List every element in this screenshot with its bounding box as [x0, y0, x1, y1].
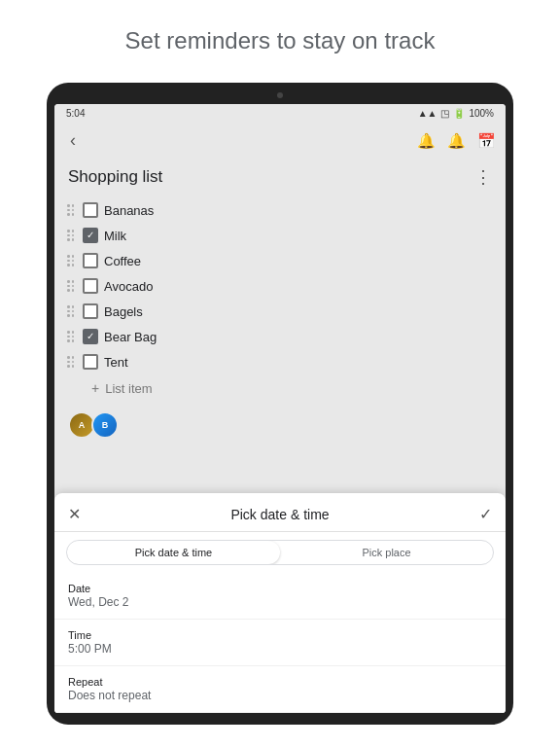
battery-icon: 🔋 [453, 108, 465, 119]
drag-handle[interactable] [64, 228, 77, 243]
tablet-camera [277, 92, 283, 98]
date-row[interactable]: Date Wed, Dec 2 [54, 573, 506, 620]
add-icon: + [91, 380, 99, 396]
item-checkbox-7[interactable] [83, 354, 98, 370]
tablet-screen: 5:04 ▲▲ ◳ 🔋 100% ‹ 🔔 🔔 📅 Shopping list ⋮ [54, 104, 506, 713]
time-row[interactable]: Time 5:00 PM [54, 620, 506, 666]
sheet-close-button[interactable]: ✕ [68, 505, 81, 523]
list-item: Coffee [64, 248, 496, 273]
bottom-sheet: ✕ Pick date & time ✓ Pick date & time Pi… [54, 493, 506, 713]
back-button[interactable]: ‹ [64, 128, 82, 153]
item-checkbox-2[interactable]: ✓ [83, 228, 98, 243]
item-text-6: Bear Bag [104, 330, 157, 344]
item-text-2: Milk [104, 229, 126, 243]
date-label: Date [68, 583, 492, 594]
drag-handle[interactable] [64, 354, 77, 370]
drag-handle[interactable] [64, 329, 77, 344]
main-content: Shopping list ⋮ Bananas [54, 159, 506, 713]
sheet-confirm-button[interactable]: ✓ [479, 505, 492, 523]
app-toolbar: ‹ 🔔 🔔 📅 [54, 123, 506, 159]
list-item: Tent [64, 349, 496, 374]
item-checkbox-1[interactable] [83, 202, 98, 218]
bottom-sheet-header: ✕ Pick date & time ✓ [54, 493, 506, 532]
list-item: ✓ Bear Bag [64, 324, 496, 349]
item-text-5: Bagels [104, 304, 143, 319]
page-header: Set reminders to stay on track [0, 0, 560, 72]
date-value: Wed, Dec 2 [68, 595, 492, 609]
list-item: ✓ Milk [64, 223, 496, 248]
add-item-text: List item [105, 381, 152, 396]
time-value: 5:00 PM [68, 642, 492, 656]
alarm-bell-icon[interactable]: 🔔 [447, 132, 466, 150]
battery-percent: 100% [469, 108, 494, 119]
item-checkbox-4[interactable] [83, 278, 98, 294]
more-button[interactable]: ⋮ [474, 166, 492, 188]
item-text-3: Coffee [104, 254, 141, 268]
repeat-label: Repeat [68, 676, 492, 688]
item-checkbox-6[interactable]: ✓ [83, 329, 98, 344]
item-text-4: Avocado [104, 279, 153, 294]
reminder-bell-icon[interactable]: 🔔 [417, 132, 436, 150]
drag-handle[interactable] [64, 253, 77, 268]
list-title: Shopping list [68, 167, 162, 187]
tablet-frame: 5:04 ▲▲ ◳ 🔋 100% ‹ 🔔 🔔 📅 Shopping list ⋮ [47, 83, 513, 725]
item-checkbox-3[interactable] [83, 253, 98, 268]
item-text-1: Bananas [104, 203, 154, 218]
list-header: Shopping list ⋮ [64, 159, 496, 197]
repeat-row[interactable]: Repeat Does not repeat [54, 666, 506, 713]
list-items: Bananas ✓ Milk [64, 197, 496, 374]
drag-handle[interactable] [64, 202, 77, 218]
toolbar-icons: 🔔 🔔 📅 [417, 132, 496, 150]
item-text-7: Tent [104, 355, 128, 370]
calendar-icon[interactable]: 📅 [477, 132, 496, 150]
repeat-value: Does not repeat [68, 689, 492, 702]
tab-switcher: Pick date & time Pick place [66, 540, 494, 565]
drag-handle[interactable] [64, 303, 77, 319]
list-item: Bananas [64, 197, 496, 223]
signal-icon: ▲▲ [418, 108, 438, 119]
list-item: Avocado [64, 273, 496, 299]
add-item-row[interactable]: + List item [64, 374, 496, 402]
collaborators: A B [64, 402, 496, 448]
tab-datetime[interactable]: Pick date & time [67, 541, 280, 564]
status-time: 5:04 [66, 108, 85, 119]
item-checkbox-5[interactable] [83, 303, 98, 319]
sheet-title: Pick date & time [230, 507, 329, 522]
status-bar-right: ▲▲ ◳ 🔋 100% [418, 108, 494, 119]
time-label: Time [68, 629, 492, 641]
status-bar: 5:04 ▲▲ ◳ 🔋 100% [54, 104, 506, 123]
drag-handle[interactable] [64, 278, 77, 294]
list-item: Bagels [64, 299, 496, 324]
wifi-icon: ◳ [440, 108, 449, 119]
avatar-2[interactable]: B [91, 411, 119, 439]
tab-place[interactable]: Pick place [280, 541, 493, 564]
